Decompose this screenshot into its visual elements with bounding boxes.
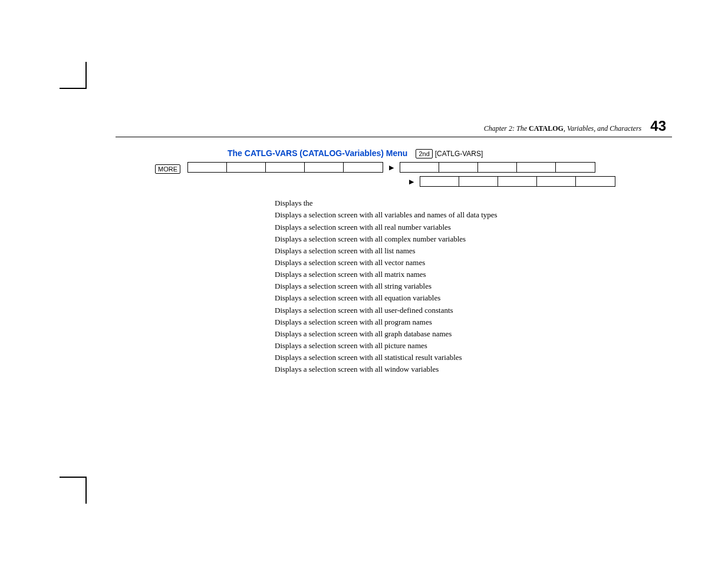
- key-2nd: 2nd: [416, 149, 432, 158]
- triangle-right-icon: ▶: [389, 164, 394, 171]
- menu-table-right-2: [420, 176, 615, 187]
- page-number: 43: [650, 118, 666, 134]
- menu-table-right-1: [400, 162, 595, 173]
- desc-line: Displays a selection screen with all str…: [275, 280, 672, 292]
- desc-line: Displays a selection screen with all equ…: [275, 292, 672, 304]
- menu-cell: [537, 177, 576, 186]
- tables-column: ▶ ▶: [187, 162, 672, 190]
- more-key-column: MORE: [116, 162, 180, 173]
- menu-cell: [478, 163, 517, 172]
- crop-mark: [85, 477, 87, 504]
- desc-line: Displays a selection screen with all pic…: [275, 340, 672, 352]
- menu-cell: [439, 163, 478, 172]
- key-sequence: 2nd [CATLG-VARS]: [416, 148, 483, 158]
- desc-line: Displays a selection screen with all use…: [275, 305, 672, 316]
- desc-line: Displays a selection screen with all pro…: [275, 316, 672, 328]
- descriptions-block: Displays the Displays a selection screen…: [275, 197, 672, 375]
- menu-cell: [498, 177, 537, 186]
- menu-cell: [400, 163, 439, 172]
- chapter-prefix: Chapter 2: The: [484, 124, 529, 133]
- menu-cell: [305, 163, 344, 172]
- desc-line: Displays a selection screen with all rea…: [275, 222, 672, 233]
- crop-mark: [60, 477, 85, 478]
- document-page: Chapter 2: The CATALOG, Variables, and C…: [0, 0, 728, 562]
- header-rule: [116, 137, 672, 137]
- menu-cell: [188, 163, 227, 172]
- menu-cell: [227, 163, 266, 172]
- menu-cell: [517, 163, 556, 172]
- menu-cell: [556, 163, 595, 172]
- triangle-right-icon: ▶: [409, 178, 414, 185]
- menu-row-1: ▶: [187, 162, 672, 173]
- crop-mark: [85, 62, 87, 89]
- desc-line: Displays a selection screen with all com…: [275, 233, 672, 245]
- menu-row-2: ▶: [187, 176, 672, 187]
- menu-table-left-1: [187, 162, 383, 173]
- section-heading-row: The CATLG-VARS (CATALOG-Variables) Menu …: [228, 148, 672, 158]
- key-more: MORE: [155, 164, 180, 174]
- menu-cell: [459, 177, 498, 186]
- chapter-suffix: , Variables, and Characters: [564, 124, 641, 133]
- desc-line: Displays a selection screen with all gra…: [275, 328, 672, 340]
- desc-line: Displays a selection screen with all mat…: [275, 269, 672, 280]
- menu-cell: [344, 163, 383, 172]
- desc-line: Displays a selection screen with all var…: [275, 209, 672, 221]
- menu-tables-row: MORE ▶: [116, 162, 672, 190]
- desc-line: Displays a selection screen with all vec…: [275, 257, 672, 269]
- desc-line: Displays a selection screen with all lis…: [275, 245, 672, 257]
- menu-cell: [266, 163, 305, 172]
- chapter-bold: CATALOG: [529, 124, 564, 133]
- desc-line: Displays the: [275, 197, 672, 209]
- key-catlg-vars: [CATLG-VARS]: [435, 150, 483, 158]
- menu-cell: [420, 177, 459, 186]
- desc-line: Displays a selection screen with all sta…: [275, 352, 672, 363]
- desc-line: Displays a selection screen with all win…: [275, 363, 672, 375]
- menu-cell: [576, 177, 615, 186]
- crop-mark: [60, 88, 85, 89]
- section-title: The CATLG-VARS (CATALOG-Variables) Menu: [228, 148, 407, 158]
- running-header: Chapter 2: The CATALOG, Variables, and C…: [116, 118, 672, 134]
- content-area: Chapter 2: The CATALOG, Variables, and C…: [116, 118, 672, 375]
